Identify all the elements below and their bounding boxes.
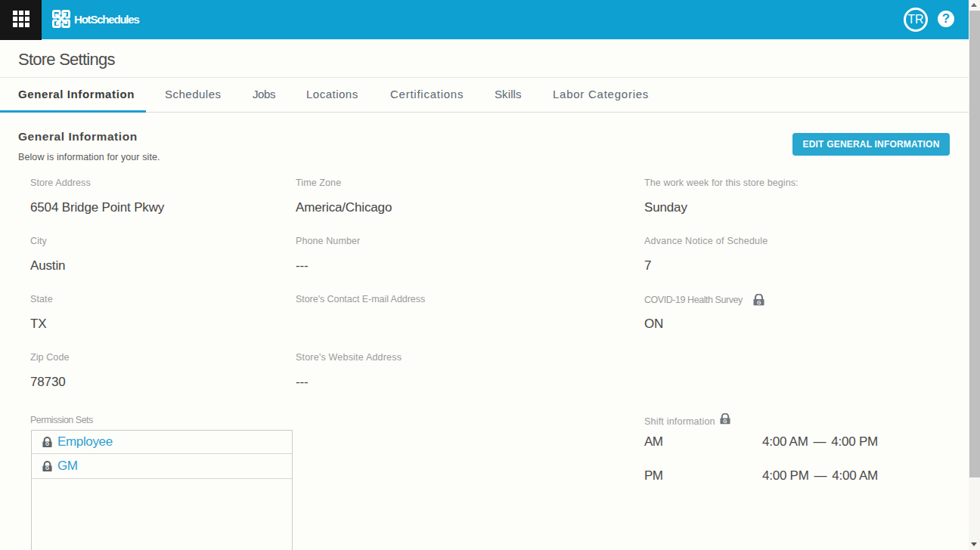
svg-text:G: G xyxy=(723,419,727,424)
svg-text:G: G xyxy=(45,465,49,471)
svg-text:G: G xyxy=(45,441,49,446)
